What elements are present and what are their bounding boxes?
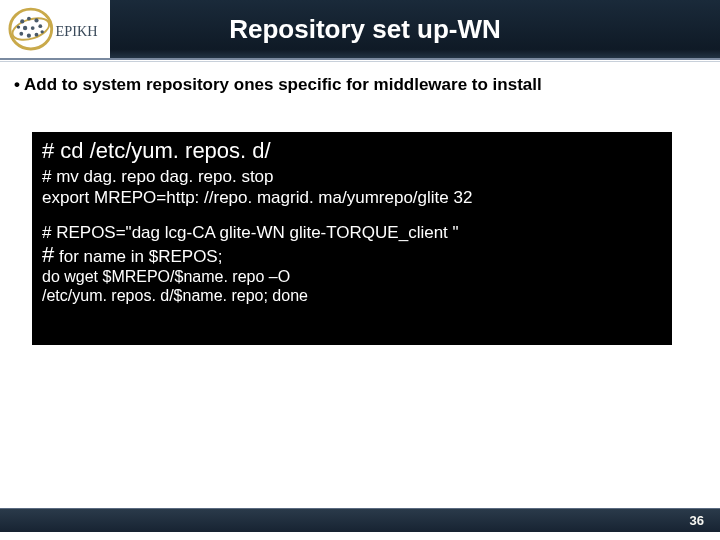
code-line: # REPOS="dag lcg-CA glite-WN glite-TORQU…	[42, 223, 662, 243]
divider	[0, 58, 720, 60]
svg-point-0	[9, 9, 51, 49]
page-number: 36	[690, 513, 704, 528]
svg-point-8	[19, 32, 23, 36]
logo-icon: EPIKH	[8, 7, 103, 51]
code-block: # cd /etc/yum. repos. d/ # mv dag. repo …	[32, 132, 672, 345]
code-line: /etc/yum. repos. d/$name. repo; done	[42, 286, 662, 305]
svg-point-6	[22, 26, 26, 30]
code-line: # cd /etc/yum. repos. d/	[42, 138, 662, 164]
svg-point-11	[40, 30, 43, 33]
svg-point-12	[16, 25, 19, 28]
svg-point-9	[26, 34, 30, 38]
svg-point-2	[20, 19, 24, 23]
svg-point-3	[27, 17, 31, 21]
body: • Add to system repository ones specific…	[0, 70, 720, 500]
code-frag: #	[42, 242, 54, 267]
code-frag: for name in $REPOS;	[54, 247, 222, 266]
code-line: # mv dag. repo dag. repo. stop	[42, 166, 662, 187]
svg-point-5	[38, 24, 42, 28]
svg-point-7	[30, 26, 34, 30]
svg-point-4	[34, 18, 38, 22]
divider	[0, 61, 720, 62]
logo: EPIKH	[0, 0, 110, 58]
logo-text: EPIKH	[55, 23, 97, 39]
bullet-text: • Add to system repository ones specific…	[14, 74, 706, 96]
footer-bar: 36	[0, 508, 720, 532]
code-line: export MREPO=http: //repo. magrid. ma/yu…	[42, 187, 662, 208]
code-line: # for name in $REPOS;	[42, 243, 662, 267]
svg-point-10	[34, 33, 38, 37]
code-line: do wget $MREPO/$name. repo –O	[42, 267, 662, 286]
slide: EPIKH Repository set up-WN • Add to syst…	[0, 0, 720, 540]
page-title: Repository set up-WN	[110, 14, 720, 45]
header-bar: EPIKH Repository set up-WN	[0, 0, 720, 58]
svg-point-1	[9, 14, 51, 44]
